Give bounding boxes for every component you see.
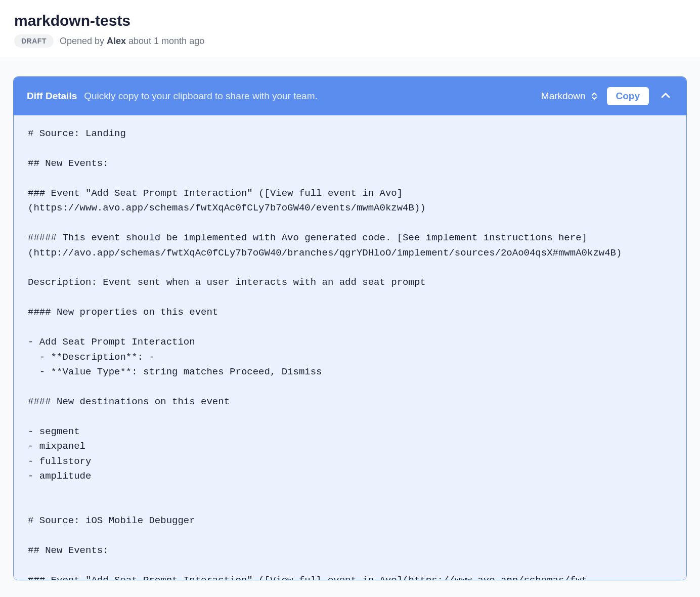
author-name: Alex — [107, 36, 126, 46]
meta-row: DRAFT Opened by Alex about 1 month ago — [14, 34, 686, 48]
collapse-button[interactable] — [658, 88, 673, 105]
diff-header-right: Markdown Copy — [541, 87, 673, 105]
copy-button[interactable]: Copy — [607, 87, 649, 105]
diff-body: # Source: Landing ## New Events: ### Eve… — [14, 115, 686, 580]
opened-by-text: Opened by Alex about 1 month ago — [60, 36, 204, 47]
format-label: Markdown — [541, 91, 586, 102]
diff-header-left: Diff Details Quickly copy to your clipbo… — [27, 91, 318, 102]
page-title: markdown-tests — [14, 12, 686, 29]
diff-header: Diff Details Quickly copy to your clipbo… — [14, 77, 686, 115]
chevron-up-down-icon — [591, 92, 598, 101]
content-area: Diff Details Quickly copy to your clipbo… — [0, 58, 700, 597]
diff-content[interactable]: # Source: Landing ## New Events: ### Eve… — [28, 126, 672, 580]
page-header: markdown-tests DRAFT Opened by Alex abou… — [0, 0, 700, 58]
time-ago: about 1 month ago — [126, 36, 204, 46]
diff-card: Diff Details Quickly copy to your clipbo… — [13, 76, 687, 580]
status-badge: DRAFT — [14, 34, 54, 48]
diff-title: Diff Details — [27, 91, 77, 102]
opened-prefix: Opened by — [60, 36, 107, 46]
format-selector[interactable]: Markdown — [541, 91, 598, 102]
chevron-up-icon — [660, 90, 671, 103]
diff-subtitle: Quickly copy to your clipboard to share … — [84, 91, 317, 102]
